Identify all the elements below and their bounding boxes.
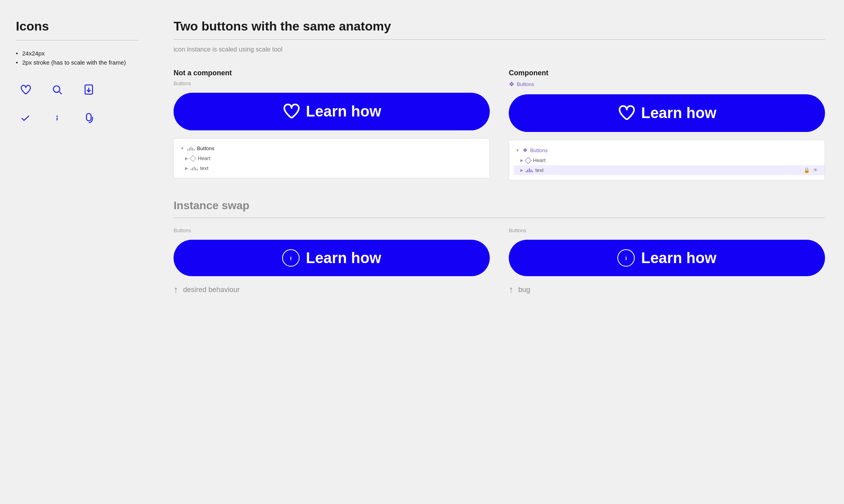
svg-point-0 xyxy=(53,86,60,92)
diamond-purple-icon xyxy=(525,157,532,164)
swap-left-button[interactable]: Learn how xyxy=(174,240,490,276)
search-icon xyxy=(52,84,63,95)
swap-right-button-text: Learn how xyxy=(641,250,716,267)
svg-point-8 xyxy=(291,256,291,256)
info-icon-cell xyxy=(48,109,67,128)
file-download-icon xyxy=(83,84,94,95)
bullet-list: 24x24px 2px stroke (has to scale with th… xyxy=(16,50,139,66)
component-frame-icon: ❖ xyxy=(523,147,528,153)
component-heading: Component xyxy=(509,69,825,77)
swap-col-right: Buttons Learn how ↑ bug xyxy=(509,227,825,295)
info-svg-right xyxy=(622,254,630,262)
layer-text-label: text xyxy=(200,165,208,171)
layer-heart-label-component: Heart xyxy=(533,157,546,163)
two-buttons-section: Not a component Buttons Learn how ▼ xyxy=(174,69,825,180)
sidebar: Icons 24x24px 2px stroke (has to scale w… xyxy=(0,0,155,504)
svg-rect-6 xyxy=(86,113,91,121)
instance-swap-section: Instance swap Buttons Learn how xyxy=(174,199,825,295)
main-divider xyxy=(174,39,825,40)
layer-row-buttons-component: ▼ ❖ Buttons xyxy=(509,145,825,155)
info-circle-left xyxy=(282,249,300,267)
main-title: Two buttons with the same anatomy xyxy=(174,19,825,34)
diamond-icon xyxy=(190,155,197,162)
heart-svg-2 xyxy=(617,104,635,121)
component-sub-text: Buttons xyxy=(517,81,534,87)
desired-behaviour-text: desired behaviour xyxy=(183,286,240,294)
chevron-right-icon-3: ▶ xyxy=(520,158,523,162)
swap-col-left: Buttons Learn how ↑ desired behaviour xyxy=(174,227,490,295)
attachment-icon xyxy=(83,113,94,124)
component-button[interactable]: Learn how xyxy=(509,94,825,132)
swap-buttons-row: Buttons Learn how ↑ desired behaviour xyxy=(174,227,825,295)
layer-row-text-component: ▶ text 🔒 👁 xyxy=(514,165,825,175)
layer-row-heart-component: ▶ Heart xyxy=(514,155,825,165)
layer-right-icons: 🔒 👁 xyxy=(804,167,818,173)
icon-grid xyxy=(16,80,139,128)
not-a-component-sub: Buttons xyxy=(174,80,490,86)
layer-row-buttons: ▼ Buttons xyxy=(174,143,489,153)
heart-svg xyxy=(282,102,300,120)
instance-swap-divider xyxy=(174,218,825,218)
instance-swap-title: Instance swap xyxy=(174,199,825,212)
file-download-icon-cell xyxy=(79,80,98,99)
not-a-component-heading: Not a component xyxy=(174,69,490,77)
info-icon xyxy=(52,113,63,124)
check-icon-cell xyxy=(16,109,35,128)
component-diamond-icon: ❖ xyxy=(509,80,514,88)
chevron-right-icon-4: ▶ xyxy=(520,168,523,172)
chevron-down-icon-2: ▼ xyxy=(516,148,519,153)
bullet-item-2: 2px stroke (has to scale with the frame) xyxy=(16,59,139,66)
lock-icon: 🔒 xyxy=(804,167,810,173)
heart-icon-cell xyxy=(16,80,35,99)
info-svg-left xyxy=(286,254,295,262)
chevron-down-icon: ▼ xyxy=(180,146,184,151)
frame-icon xyxy=(187,147,195,151)
eye-icon: 👁 xyxy=(813,167,818,173)
desired-behaviour-label: ↑ desired behaviour xyxy=(174,284,490,295)
heart-button-icon-2 xyxy=(617,104,635,122)
layer-text-label-component: text xyxy=(535,167,544,173)
swap-left-sub: Buttons xyxy=(174,227,490,233)
sidebar-title: Icons xyxy=(16,19,139,34)
layer-row-heart: ▶ Heart xyxy=(179,153,489,163)
swap-left-button-text: Learn how xyxy=(306,250,381,267)
bug-label: ↑ bug xyxy=(509,284,825,295)
component-button-text: Learn how xyxy=(641,105,716,122)
swap-right-sub: Buttons xyxy=(509,227,825,233)
heart-icon xyxy=(20,84,31,95)
main-subtitle: icon instance is scaled using scale tool xyxy=(174,46,825,53)
component-col: Component ❖ Buttons Learn how xyxy=(509,69,825,180)
svg-line-1 xyxy=(59,92,61,94)
bullet-item-1: 24x24px xyxy=(16,50,139,57)
arrow-up-icon-left: ↑ xyxy=(174,284,178,295)
attachment-icon-cell xyxy=(79,109,98,128)
app-layout: Icons 24x24px 2px stroke (has to scale w… xyxy=(0,0,844,504)
arrow-up-icon-right: ↑ xyxy=(509,284,514,295)
component-sub: ❖ Buttons xyxy=(509,80,825,88)
info-circle-right xyxy=(617,249,635,267)
svg-point-5 xyxy=(57,116,57,116)
search-icon-cell xyxy=(48,80,67,99)
not-a-component-button[interactable]: Learn how xyxy=(174,93,490,130)
check-icon xyxy=(20,113,31,124)
not-a-component-button-text: Learn how xyxy=(306,103,381,120)
layer-row-text: ▶ text xyxy=(179,163,489,173)
component-layer-panel: ▼ ❖ Buttons ▶ Heart ▶ xyxy=(509,140,825,180)
chevron-right-icon-2: ▶ xyxy=(185,166,188,170)
heart-button-icon xyxy=(282,102,300,121)
chevron-right-icon: ▶ xyxy=(185,156,188,160)
layer-buttons-label-component: Buttons xyxy=(530,147,548,153)
swap-right-button[interactable]: Learn how xyxy=(509,240,825,276)
sidebar-divider xyxy=(16,40,139,40)
bug-text: bug xyxy=(518,286,530,294)
not-a-component-col: Not a component Buttons Learn how ▼ xyxy=(174,69,490,180)
layer-buttons-label: Buttons xyxy=(197,145,214,151)
svg-point-10 xyxy=(626,256,626,256)
layer-heart-label: Heart xyxy=(198,155,210,161)
text-frame-icon-2 xyxy=(526,168,533,172)
text-frame-icon xyxy=(191,166,198,170)
not-a-component-layer-panel: ▼ Buttons ▶ Heart xyxy=(174,138,490,178)
main-content: Two buttons with the same anatomy icon i… xyxy=(155,0,844,504)
